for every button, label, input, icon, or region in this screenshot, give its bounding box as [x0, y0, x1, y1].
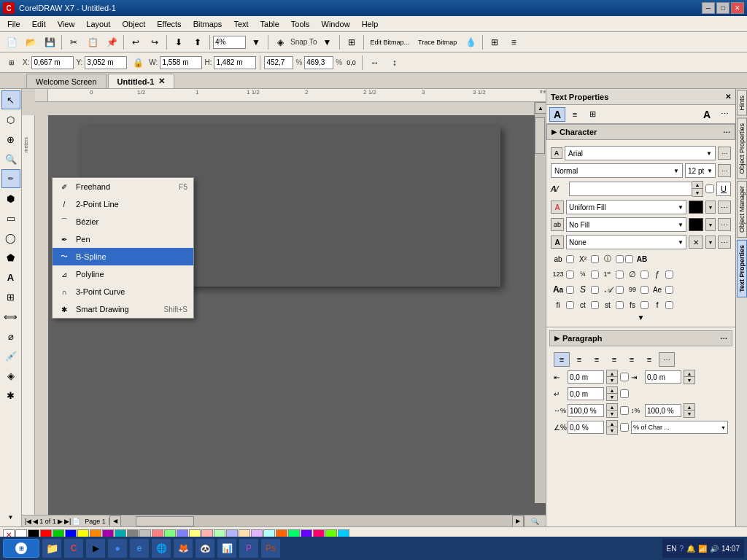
scroll-left-button[interactable]: ◀ — [109, 516, 121, 527]
scroll-right-button[interactable]: ▶ — [512, 516, 524, 527]
fill-more-btn[interactable]: ⋯ — [718, 201, 731, 214]
page-next[interactable]: ▶ — [58, 518, 63, 525]
zoom-dropdown[interactable]: ▼ — [247, 34, 265, 50]
fill-color-box[interactable] — [689, 201, 703, 214]
scale-x-up[interactable]: ▲ — [607, 404, 617, 411]
bg-fill-dropdown[interactable]: No Fill ▼ — [566, 217, 686, 232]
fill-type-dropdown[interactable]: Uniform Fill ▼ — [566, 200, 686, 214]
panel-close[interactable]: ✕ — [725, 93, 731, 101]
smart-drawing-tool[interactable]: ✱ — [1, 386, 20, 405]
paragraph-options-icon[interactable]: ⋯ — [720, 335, 727, 343]
page-first[interactable]: |◀ — [25, 518, 31, 525]
font-name-dropdown[interactable]: Arial ▼ — [565, 146, 716, 160]
align-center-btn[interactable]: ≡ — [571, 352, 587, 367]
menu-layout[interactable]: Layout — [80, 16, 116, 31]
lock-aspect[interactable]: 🔒 — [129, 55, 147, 71]
sym-check1[interactable] — [625, 255, 633, 263]
width-input[interactable] — [160, 56, 202, 69]
sym-fraction-check[interactable] — [591, 271, 599, 279]
scroll-thumb-v[interactable] — [535, 117, 545, 154]
taskbar-icon-chrome[interactable]: ● — [108, 539, 127, 558]
menu-bitmaps[interactable]: Bitmaps — [187, 16, 228, 31]
sym-swash[interactable]: ƒ — [650, 268, 665, 281]
more-bitmap-options[interactable]: ⊞ — [486, 34, 503, 50]
fill-color-arrow[interactable]: ▼ — [705, 201, 716, 214]
scale-y-up[interactable]: ▲ — [684, 404, 694, 411]
tab-close-icon[interactable]: ✕ — [158, 77, 165, 86]
snap-dropdown[interactable]: ▼ — [319, 34, 336, 50]
taskbar-icon-5[interactable]: 🌐 — [152, 539, 171, 558]
zoom-tool[interactable]: 🔍 — [1, 149, 20, 168]
angle-input[interactable] — [568, 421, 604, 434]
tp-more-button[interactable]: ⋯ — [716, 107, 732, 122]
bg-color-arrow[interactable]: ▼ — [705, 218, 716, 231]
sym-st[interactable]: st — [600, 298, 615, 311]
mirror-h[interactable]: ↔ — [366, 55, 384, 71]
menu-object[interactable]: Object — [116, 16, 151, 31]
align-justify-btn[interactable]: ≡ — [606, 352, 622, 367]
sym-font-a-check[interactable] — [566, 286, 574, 294]
tp-align-button[interactable]: ≡ — [567, 107, 583, 122]
hscroll-track[interactable] — [121, 516, 512, 526]
sym-superscript[interactable]: X² — [576, 252, 590, 265]
y-input[interactable] — [85, 56, 127, 69]
paste-button[interactable]: 📌 — [103, 34, 120, 50]
sym-stylistic-s-check[interactable] — [591, 286, 599, 294]
object-manager-vtab[interactable]: Object Manager — [737, 181, 747, 238]
indent-left-check[interactable] — [620, 373, 629, 381]
export-button[interactable]: ⬆ — [189, 34, 206, 50]
font-options-btn[interactable]: ⋯ — [718, 164, 731, 177]
sym-fi-check[interactable] — [566, 301, 574, 309]
sym-ae[interactable]: Ae — [650, 283, 665, 296]
sym-font-a[interactable]: Aa — [551, 283, 565, 296]
tracking-check[interactable] — [705, 184, 714, 193]
font-style-dropdown[interactable]: Normal ▼ — [551, 163, 683, 178]
first-indent-down[interactable]: ▼ — [607, 394, 617, 400]
first-indent-input[interactable] — [568, 387, 604, 400]
open-button[interactable]: 📂 — [22, 34, 39, 50]
rectangle-tool[interactable]: ▭ — [1, 209, 20, 228]
sym-fs-check[interactable] — [640, 301, 649, 309]
rotation-input[interactable]: 0,0 — [344, 55, 358, 71]
sym-swash-check[interactable] — [665, 271, 673, 279]
menu-tools[interactable]: Tools — [285, 16, 316, 31]
sym-superscript-check[interactable] — [591, 255, 599, 263]
sym-null-check[interactable] — [640, 271, 649, 279]
taskbar-icon-media[interactable]: ▶ — [86, 539, 105, 558]
edit-bitmap-button[interactable]: Edit Bitmap... — [367, 34, 414, 50]
scroll-track-v[interactable] — [535, 114, 546, 503]
hscroll-thumb[interactable] — [136, 516, 194, 526]
more-character-options[interactable]: ▼ — [551, 314, 731, 322]
menu-window[interactable]: Window — [316, 16, 356, 31]
indent-left-down[interactable]: ▼ — [607, 377, 617, 384]
ctx-freehand[interactable]: ✐ Freehand F5 — [53, 178, 193, 195]
color-eyedropper[interactable]: 💧 — [462, 34, 479, 50]
angle-up[interactable]: ▲ — [607, 421, 617, 427]
view-options-button[interactable]: ⊞ — [343, 34, 360, 50]
outline-dropdown[interactable]: None ▼ — [566, 235, 686, 249]
node-tool[interactable]: ⬡ — [1, 110, 20, 129]
menu-file[interactable]: File — [1, 16, 26, 31]
table-tool[interactable]: ⊞ — [1, 287, 20, 306]
taskbar-icon-10[interactable]: Ps — [261, 539, 280, 558]
sym-ab-check[interactable] — [566, 255, 574, 263]
close-button[interactable]: ✕ — [731, 2, 744, 14]
import-button[interactable]: ⬇ — [170, 34, 187, 50]
sym-fs[interactable]: fs — [625, 298, 640, 311]
pos-y-input[interactable] — [304, 56, 333, 69]
indent-right-down[interactable]: ▼ — [684, 377, 694, 384]
menu-text[interactable]: Text — [228, 16, 254, 31]
vertical-scrollbar[interactable]: ▲ ▼ — [534, 102, 546, 515]
canvas[interactable]: ✐ Freehand F5 / 2-Point Line ⌒ Bézier — [48, 115, 546, 515]
scale-x-down[interactable]: ▼ — [607, 411, 617, 417]
sym-ordinal[interactable]: 1ˢᵗ — [600, 268, 615, 281]
paragraph-header[interactable]: ▶ Paragraph ⋯ — [549, 330, 732, 346]
align-force-btn[interactable]: ≡ — [624, 352, 640, 367]
scale-x-input[interactable] — [568, 404, 604, 417]
sym-dbl[interactable]: 99 — [625, 283, 640, 296]
character-options-icon[interactable]: ⋯ — [723, 128, 730, 136]
trace-bitmap-button[interactable]: Trace Bitmap — [414, 34, 460, 50]
align-left-btn[interactable]: ≡ — [554, 352, 570, 367]
sym-fraction[interactable]: ¼ — [576, 268, 590, 281]
font-size-input[interactable]: 12 pt ▼ — [685, 163, 716, 178]
